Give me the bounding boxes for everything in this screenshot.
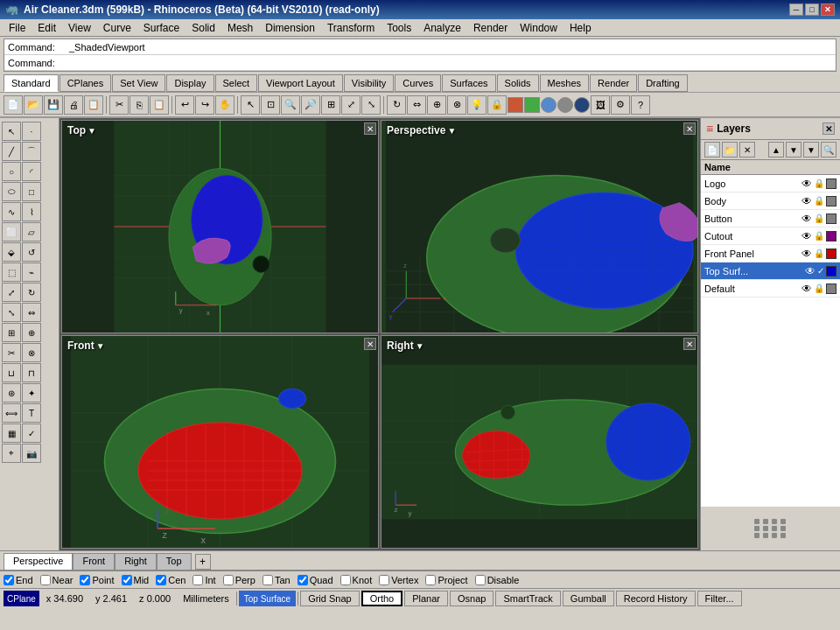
lt-blend[interactable]: ⌁ <box>22 262 41 282</box>
tb-paste[interactable]: 📋 <box>150 95 169 115</box>
status-ortho[interactable]: Ortho <box>361 591 403 606</box>
tb-select2[interactable]: ⊡ <box>261 95 280 115</box>
tab-meshes[interactable]: Meshes <box>540 74 590 92</box>
tb-pan[interactable]: ✋ <box>215 95 234 115</box>
osnap-tan[interactable]: Tan <box>262 575 290 585</box>
viewport-right-label[interactable]: Right ▼ <box>387 340 424 352</box>
osnap-end[interactable]: End <box>4 575 33 585</box>
lt-revolve[interactable]: ↺ <box>22 242 41 262</box>
lt-loft[interactable]: ⬚ <box>2 262 21 282</box>
layers-list[interactable]: Logo 👁 🔒 Body 👁 🔒 <box>701 175 840 507</box>
lt-point[interactable]: · <box>22 122 41 141</box>
osnap-point[interactable]: Point <box>80 575 114 585</box>
layer-row-body[interactable]: Body 👁 🔒 <box>701 192 840 210</box>
layer-color-cutout[interactable] <box>826 231 836 242</box>
menu-file[interactable]: File <box>4 20 31 36</box>
tb-help[interactable]: ? <box>631 95 650 115</box>
tb-save[interactable]: 💾 <box>44 95 63 115</box>
layer-eye-cutout[interactable]: 👁 <box>802 230 812 242</box>
status-record-history[interactable]: Record History <box>616 591 696 606</box>
lt-gumball[interactable]: ⊛ <box>2 383 21 402</box>
layer-eye-front-panel[interactable]: 👁 <box>802 248 812 260</box>
lt-analysis[interactable]: ⌖ <box>2 444 21 463</box>
status-smarttrack[interactable]: SmartTrack <box>495 591 560 606</box>
layer-row-front-panel[interactable]: Front Panel 👁 🔒 <box>701 245 840 262</box>
menu-edit[interactable]: Edit <box>32 20 61 36</box>
lt-rotate2[interactable]: ↻ <box>22 283 41 302</box>
viewport-perspective-label[interactable]: Perspective ▼ <box>387 124 456 136</box>
lt-line[interactable]: ╱ <box>2 142 21 161</box>
lt-boolean[interactable]: ⊕ <box>22 323 41 342</box>
tab-visibility[interactable]: Visibility <box>344 74 395 92</box>
vp-tab-perspective[interactable]: Perspective <box>4 553 73 570</box>
layer-color-top-surface[interactable] <box>826 266 836 276</box>
lt-surface2[interactable]: ▱ <box>22 222 41 242</box>
layer-lock-cutout[interactable]: 🔒 <box>814 231 824 241</box>
viewport-right-canvas[interactable]: y z <box>382 336 697 548</box>
layer-delete-btn[interactable]: ✕ <box>739 142 755 158</box>
lt-snap3d[interactable]: ✦ <box>22 383 41 402</box>
tb-zoom-out[interactable]: 🔎 <box>301 95 320 115</box>
osnap-int[interactable]: Int <box>192 575 215 585</box>
layers-close-button[interactable]: ✕ <box>822 122 835 135</box>
status-gumball[interactable]: Gumball <box>563 591 614 606</box>
viewport-perspective-canvas[interactable]: x z y <box>382 121 697 332</box>
menu-render[interactable]: Render <box>468 20 513 36</box>
command-input[interactable] <box>69 58 832 68</box>
layer-eye-top-surface[interactable]: 👁 <box>805 265 816 277</box>
viewport-front-close[interactable]: ✕ <box>364 338 376 350</box>
lt-select-arrow[interactable]: ↖ <box>2 122 21 141</box>
layer-lock-logo[interactable]: 🔒 <box>814 178 824 188</box>
tb-new[interactable]: 📄 <box>4 95 23 115</box>
layer-filter-btn[interactable]: ▼ <box>803 142 819 158</box>
tb-options[interactable]: ⚙ <box>611 95 630 115</box>
tb-mat5[interactable] <box>574 97 590 113</box>
tab-setview[interactable]: Set View <box>112 74 165 92</box>
layer-lock-button[interactable]: 🔒 <box>814 214 824 223</box>
cplane-indicator[interactable]: CPlane <box>4 591 39 606</box>
lt-hatch[interactable]: ▦ <box>2 424 21 443</box>
layer-color-body[interactable] <box>826 196 836 206</box>
status-osnap[interactable]: Osnap <box>450 591 494 606</box>
menu-solid[interactable]: Solid <box>186 20 220 36</box>
layer-search-btn[interactable]: 🔍 <box>821 142 836 158</box>
viewport-front-canvas[interactable]: x z <box>62 336 378 548</box>
osnap-near[interactable]: Near <box>40 575 74 585</box>
osnap-vertex[interactable]: Vertex <box>379 575 418 585</box>
tb-print[interactable]: 🖨 <box>64 95 83 115</box>
menu-tools[interactable]: Tools <box>382 20 416 36</box>
layer-row-cutout[interactable]: Cutout 👁 🔒 <box>701 228 840 245</box>
tb-undo[interactable]: ↩ <box>175 95 194 115</box>
status-planar[interactable]: Planar <box>404 591 448 606</box>
tb-mat3[interactable] <box>541 97 556 113</box>
tb-zoom-win[interactable]: ⊞ <box>321 95 340 115</box>
osnap-disable[interactable]: Disable <box>475 575 520 585</box>
layer-eye-logo[interactable]: 👁 <box>802 178 812 190</box>
layer-eye-body[interactable]: 👁 <box>802 195 812 207</box>
viewport-front[interactable]: ✕ Front ▼ <box>61 335 379 549</box>
viewport-right-close[interactable]: ✕ <box>683 338 696 350</box>
status-filter[interactable]: Filter... <box>697 591 742 606</box>
menu-surface[interactable]: Surface <box>138 20 185 36</box>
tb-light[interactable]: 💡 <box>467 95 486 115</box>
minimize-button[interactable]: ─ <box>789 4 803 16</box>
osnap-perp[interactable]: Perp <box>223 575 256 585</box>
viewport-perspective[interactable]: ✕ Perspective ▼ <box>381 120 698 333</box>
tb-zoom-sel[interactable]: ⤡ <box>361 95 381 115</box>
tab-drafting[interactable]: Drafting <box>638 74 688 92</box>
lt-freeform[interactable]: ⌇ <box>22 202 41 221</box>
maximize-button[interactable]: □ <box>805 4 819 16</box>
lt-join[interactable]: ⊔ <box>2 363 21 382</box>
lt-dim[interactable]: ⟺ <box>2 403 21 423</box>
osnap-project[interactable]: Project <box>425 575 467 585</box>
tb-mat1[interactable] <box>508 97 523 113</box>
status-grid-snap[interactable]: Grid Snap <box>300 591 360 606</box>
lt-extrude[interactable]: ⬙ <box>2 242 21 262</box>
lt-array[interactable]: ⊞ <box>2 323 21 342</box>
menu-dimension[interactable]: Dimension <box>260 20 320 36</box>
layer-new-sub-btn[interactable]: 📁 <box>722 142 738 158</box>
tb-mat2[interactable] <box>524 97 540 113</box>
layer-row-logo[interactable]: Logo 👁 🔒 <box>701 175 840 192</box>
viewport-front-label[interactable]: Front ▼ <box>67 340 105 352</box>
menu-help[interactable]: Help <box>564 20 597 36</box>
